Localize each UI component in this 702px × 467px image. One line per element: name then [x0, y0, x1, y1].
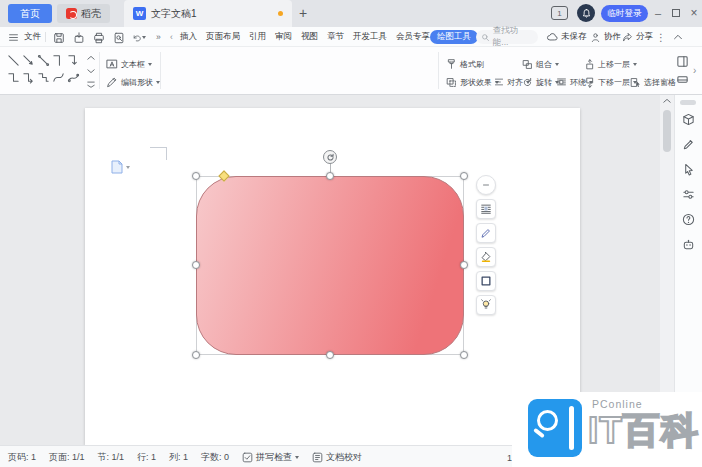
shape-gallery-item[interactable] [51, 52, 66, 69]
group-icon [522, 59, 533, 70]
shape-gallery-item[interactable] [21, 69, 36, 86]
rotate-arrow-icon [326, 153, 335, 162]
sidebar-tool-assistant[interactable] [681, 237, 696, 252]
scroll-up-icon[interactable] [663, 98, 671, 104]
save-button[interactable] [52, 31, 66, 44]
tab-bar: 首页 稻壳 W 文字文稿1 + 1 临时登录 – × [0, 0, 702, 27]
nav-back-chevron-icon[interactable]: ‹ [170, 27, 173, 47]
tab-docer[interactable]: 稻壳 [57, 4, 110, 23]
gallery-scroll-down-icon[interactable] [87, 68, 95, 74]
menu-item-page-layout[interactable]: 页面布局 [206, 27, 240, 47]
close-button[interactable]: × [686, 5, 702, 21]
selection-handle[interactable] [460, 261, 468, 269]
layout-toggle-icon-2[interactable] [676, 73, 689, 86]
shape-gallery-item[interactable] [6, 69, 21, 86]
export-button[interactable] [72, 31, 86, 44]
edit-shape-button[interactable]: 编辑形状 [106, 74, 160, 90]
sidebar-tool-pen[interactable] [681, 137, 696, 152]
maximize-icon [672, 9, 680, 17]
collapse-quickbar-button[interactable] [476, 175, 496, 195]
menu-item-insert[interactable]: 插入 [180, 27, 197, 47]
sidebar-handle[interactable] [680, 100, 696, 105]
file-menu[interactable]: 文件 [24, 27, 41, 47]
selected-shape[interactable] [196, 176, 464, 355]
menu-item-developer[interactable]: 开发工具 [353, 27, 387, 47]
quick-outline-button[interactable] [476, 271, 496, 291]
shape-gallery-item[interactable] [36, 52, 51, 69]
gallery-more-icon[interactable] [87, 81, 95, 88]
context-tab-drawing-tools[interactable]: 绘图工具 [430, 30, 478, 44]
user-avatar[interactable] [577, 4, 595, 22]
shape-gallery-item[interactable] [66, 69, 81, 86]
search-box[interactable]: 查找功能... [476, 30, 538, 44]
layout-options-button[interactable] [476, 199, 496, 219]
gallery-scroll [87, 55, 95, 88]
print-preview-button[interactable] [112, 31, 126, 44]
print-button[interactable] [92, 31, 106, 44]
unsaved-dot-icon [278, 11, 283, 16]
group-button[interactable]: 组合 [522, 56, 559, 72]
tab-home[interactable]: 首页 [8, 4, 52, 23]
spellcheck-button[interactable]: 拼写检查 [242, 451, 299, 464]
format-painter-button[interactable]: 格式刷 [446, 56, 484, 72]
bring-forward-button[interactable]: 上移一层 [584, 56, 637, 72]
recommend-button[interactable] [476, 295, 496, 315]
scrollbar-thumb[interactable] [663, 110, 671, 152]
tab-document[interactable]: W 文字文稿1 [124, 0, 292, 27]
selection-handle[interactable] [192, 351, 200, 359]
shape-gallery-item[interactable] [6, 52, 21, 69]
sidebar-tool-select[interactable] [681, 162, 696, 177]
more-menu-icon[interactable]: ⋮ [656, 27, 666, 47]
watermark-logo [528, 399, 582, 457]
login-button[interactable]: 临时登录 [601, 5, 648, 22]
cursor-icon [682, 163, 695, 176]
selection-handle[interactable] [326, 172, 334, 180]
menu-item-review[interactable]: 审阅 [275, 27, 292, 47]
shape-gallery-item[interactable] [51, 69, 66, 86]
sidebar-tool-shape[interactable] [681, 112, 696, 127]
quick-style-button[interactable] [476, 223, 496, 243]
sidebar-tool-adjust[interactable] [681, 187, 696, 202]
sidebar-tool-help[interactable] [681, 212, 696, 227]
shape-gallery-item[interactable] [21, 52, 36, 69]
window-switcher-icon[interactable]: 1 [551, 6, 568, 20]
layout-toggle-icon-1[interactable] [676, 55, 689, 68]
ribbon-expand-arrow-icon[interactable]: › [693, 65, 696, 76]
menu-item-section[interactable]: 章节 [327, 27, 344, 47]
selection-handle[interactable] [326, 351, 334, 359]
search-placeholder: 查找功能... [493, 25, 533, 49]
menu-item-references[interactable]: 引用 [249, 27, 266, 47]
watermark: PConline IT百科 [512, 392, 702, 467]
object-anchor-icon[interactable] [111, 160, 123, 178]
shape-gallery-item[interactable] [36, 69, 51, 86]
shape-effects-button[interactable]: 形状效果 [446, 74, 499, 90]
selection-pane-icon [630, 77, 641, 88]
selection-handle[interactable] [460, 351, 468, 359]
quick-fill-button[interactable] [476, 247, 496, 267]
shape-gallery-item[interactable] [66, 52, 81, 69]
selection-handle[interactable] [460, 172, 468, 180]
save-status[interactable]: 未保存 [546, 27, 587, 47]
new-tab-button[interactable]: + [294, 3, 312, 23]
undo-button[interactable] [132, 31, 146, 44]
maximize-button[interactable] [668, 5, 684, 21]
collapse-ribbon-icon[interactable] [672, 31, 684, 43]
minimize-button[interactable]: – [650, 5, 666, 21]
share-button[interactable]: 分享 [622, 27, 653, 47]
textbox-button[interactable]: 文本框 [106, 56, 152, 72]
menu-icon[interactable] [8, 27, 19, 47]
selection-handle[interactable] [192, 261, 200, 269]
proofread-button[interactable]: 文档校对 [312, 451, 362, 464]
menu-item-member[interactable]: 会员专享 [396, 27, 430, 47]
align-icon [494, 77, 504, 87]
more-quick-access-icon[interactable]: » [156, 27, 161, 47]
selection-pane-button[interactable]: 选择窗格 [630, 74, 676, 90]
rotate-button[interactable]: 旋转 [522, 74, 559, 90]
rotate-handle[interactable] [323, 150, 337, 164]
menu-item-view[interactable]: 视图 [301, 27, 318, 47]
help-icon [682, 213, 695, 226]
gallery-scroll-up-icon[interactable] [87, 55, 95, 61]
pen-icon [480, 227, 492, 239]
collaborate-button[interactable]: 协作 [590, 27, 621, 47]
selection-handle[interactable] [192, 172, 200, 180]
